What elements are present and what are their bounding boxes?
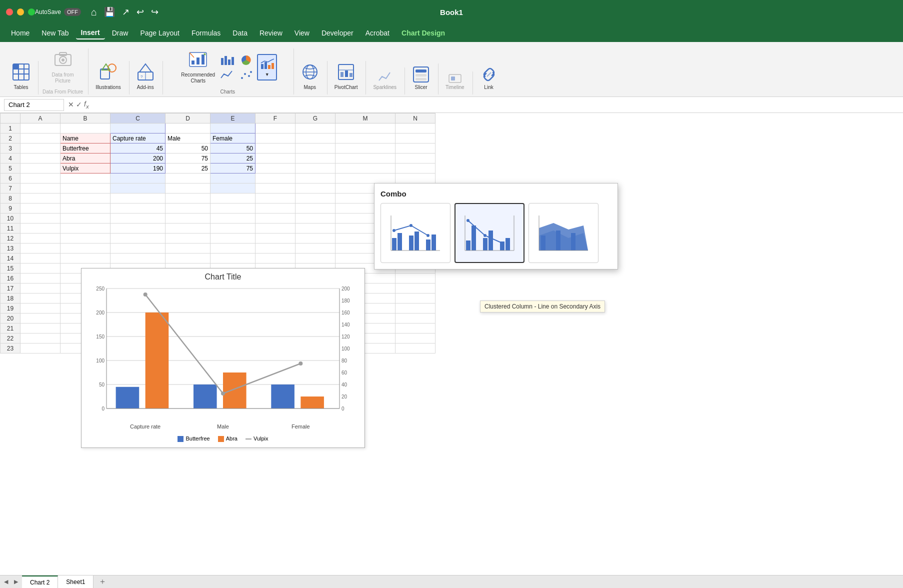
formula-input[interactable] [93,101,899,108]
cell-a3[interactable] [20,144,60,154]
cell-c3[interactable]: 45 [110,144,166,154]
col-header-m: M [336,114,396,124]
cell-b4[interactable]: Abra [60,154,110,164]
home-icon[interactable]: ⌂ [91,6,97,18]
menu-pagelayout[interactable]: Page Layout [135,27,184,39]
cell-a5[interactable] [20,164,60,174]
close-button[interactable] [6,8,13,16]
ribbon-tables-btn[interactable]: Tables [9,61,33,92]
ribbon-sparklines-btn[interactable]: Sparklines [370,68,400,92]
cell-e3[interactable]: 50 [210,144,256,154]
menu-view[interactable]: View [290,27,314,39]
cell-e1[interactable] [210,124,256,134]
cell-f4[interactable] [256,154,296,164]
cell-m3[interactable] [336,144,396,154]
confirm-formula-icon[interactable]: ✓ [76,100,82,108]
col-header-e: E [210,114,256,124]
cell-n4[interactable] [396,154,436,164]
cell-e5[interactable]: 75 [210,164,256,174]
ribbon-column-btn[interactable] [219,53,237,67]
tab-add-button[interactable]: ＋ [94,574,112,588]
redo-icon[interactable]: ↪ [151,6,158,18]
menu-data[interactable]: Data [228,27,252,39]
menu-review[interactable]: Review [254,27,288,39]
menu-chartdesign[interactable]: Chart Design [396,27,450,39]
menu-insert[interactable]: Insert [76,26,105,40]
cell-m5[interactable] [336,164,396,174]
cell-d5[interactable]: 25 [166,164,210,174]
ribbon-line-btn[interactable] [219,68,237,82]
ribbon-slicer-btn[interactable]: Slicer [409,64,433,92]
row-num-5: 5 [0,164,20,174]
ribbon-link-btn[interactable]: Link [477,64,501,92]
cell-d2[interactable]: Male [166,134,210,144]
chart-type-tooltip: Clustered Column - Line on Secondary Axi… [480,300,605,312]
cell-e4[interactable]: 25 [210,154,256,164]
cell-b2[interactable]: Name [60,134,110,144]
undo-icon[interactable]: ↩ [136,6,144,18]
autosave-toggle[interactable]: OFF [64,8,81,16]
ribbon-pie-btn[interactable] [238,53,256,67]
combo-chart-option-1[interactable] [454,203,524,263]
embedded-chart[interactable]: Chart Title Butterfree Abra Vulpix [81,268,365,448]
cell-a4[interactable] [20,154,60,164]
cell-m4[interactable] [336,154,396,164]
menu-home[interactable]: Home [6,27,34,39]
cell-d3[interactable]: 50 [166,144,210,154]
cell-g3[interactable] [296,144,336,154]
cell-f2[interactable] [256,134,296,144]
menu-acrobat[interactable]: Acrobat [360,27,394,39]
nav-next-sheet[interactable]: ▶ [12,578,20,586]
cell-g1[interactable] [296,124,336,134]
menu-formulas[interactable]: Formulas [186,27,226,39]
ribbon-addins-btn[interactable]: ? Add-ins [134,61,158,92]
cell-c4[interactable]: 200 [110,154,166,164]
cell-n5[interactable] [396,164,436,174]
cell-m1[interactable] [336,124,396,134]
cell-b1[interactable] [60,124,110,134]
nav-prev-sheet[interactable]: ◀ [2,578,10,586]
combo-chart-option-0[interactable] [380,203,450,263]
cell-c1[interactable] [110,124,166,134]
ribbon-recommended-charts-btn[interactable]: ★ RecommendedCharts [178,48,218,86]
tab-sheet1[interactable]: Sheet1 [58,576,94,588]
cell-e2[interactable]: Female [210,134,256,144]
cell-a1[interactable] [20,124,60,134]
cell-d4[interactable]: 75 [166,154,210,164]
insert-function-icon[interactable]: fx [84,100,89,110]
ribbon-maps-btn[interactable]: Maps [298,61,322,92]
maximize-button[interactable] [28,8,35,16]
cell-b3[interactable]: Butterfree [60,144,110,154]
share-icon[interactable]: ↗ [122,6,130,18]
cell-g4[interactable] [296,154,336,164]
cancel-formula-icon[interactable]: ✕ [68,100,74,108]
save-icon[interactable]: 💾 [104,6,115,18]
ribbon-timeline-btn[interactable]: Timeline [442,72,467,92]
cell-a2[interactable] [20,134,60,144]
cell-n3[interactable] [396,144,436,154]
menu-draw[interactable]: Draw [107,27,134,39]
cell-d1[interactable] [166,124,210,134]
cell-b5[interactable]: Vulpix [60,164,110,174]
cell-f1[interactable] [256,124,296,134]
ribbon-pivotchart-btn[interactable]: PivotChart [332,61,361,92]
name-box[interactable]: Chart 2 [4,99,64,111]
cell-n2[interactable] [396,134,436,144]
cell-g5[interactable] [296,164,336,174]
combo-chart-option-2[interactable] [528,203,598,263]
menu-developer[interactable]: Developer [316,27,358,39]
tab-chart2[interactable]: Chart 2 [22,576,58,588]
minimize-button[interactable] [17,8,24,16]
menu-newtab[interactable]: New Tab [36,27,74,39]
ribbon-datafrom-btn[interactable]: Data fromPicture [49,48,77,86]
ribbon-combo-btn[interactable]: ▼ [257,54,277,80]
ribbon-illustrations-btn[interactable]: Illustrations [92,61,124,92]
cell-g2[interactable] [296,134,336,144]
cell-f5[interactable] [256,164,296,174]
cell-n1[interactable] [396,124,436,134]
cell-c5[interactable]: 190 [110,164,166,174]
ribbon-scatter-btn[interactable] [238,68,256,82]
cell-c2[interactable]: Capture rate [110,134,166,144]
cell-f3[interactable] [256,144,296,154]
cell-m2[interactable] [336,134,396,144]
